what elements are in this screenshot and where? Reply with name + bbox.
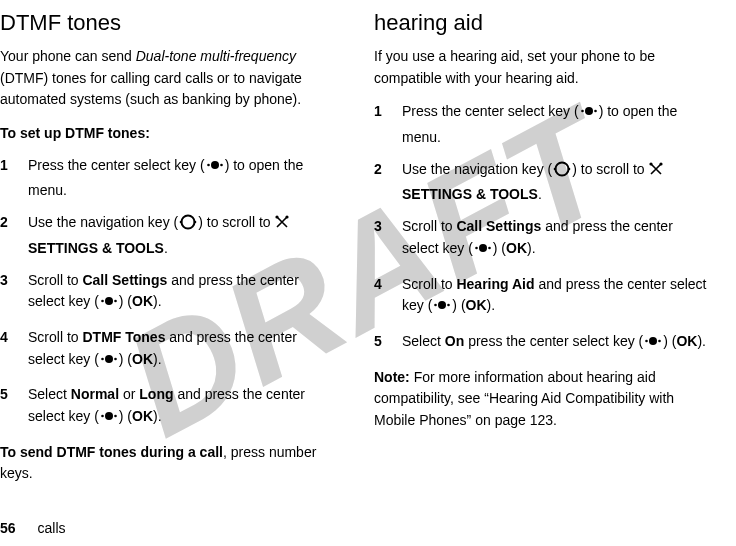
step-text: Press the center select key () to open t… (28, 155, 334, 202)
section-label: calls (38, 520, 66, 536)
settings-tools-icon (274, 214, 290, 236)
text: ). (697, 333, 706, 349)
svg-point-1 (207, 163, 210, 166)
ok-label: OK (132, 351, 153, 367)
center-select-key-icon (100, 292, 118, 317)
step-number: 5 (0, 384, 28, 431)
text: ) ( (663, 333, 676, 349)
svg-point-13 (114, 357, 117, 360)
center-select-key-icon (206, 156, 224, 181)
svg-point-33 (658, 340, 661, 343)
dtmf-heading: DTMF tones (0, 10, 334, 36)
text: Press the center select key ( (28, 157, 205, 173)
svg-point-25 (479, 244, 487, 252)
ok-label: OK (466, 297, 487, 313)
svg-point-16 (114, 415, 117, 418)
center-select-key-icon (644, 332, 662, 357)
normal-label: Normal (71, 386, 119, 402)
step-number: 4 (374, 274, 402, 321)
step-number: 2 (374, 159, 402, 206)
text: To send DTMF tones during a call (0, 444, 223, 460)
text: (DTMF) tones for calling card calls or t… (0, 70, 302, 108)
text: ) ( (119, 408, 132, 424)
hearing-aid-label: Hearing Aid (456, 276, 534, 292)
svg-point-22 (568, 167, 571, 170)
settings-tools-label: SETTINGS & TOOLS (28, 240, 164, 256)
settings-tools-label: SETTINGS & TOOLS (402, 186, 538, 202)
text: Select (28, 386, 71, 402)
step-number: 3 (0, 270, 28, 317)
text: Your phone can send (0, 48, 136, 64)
center-select-key-icon (474, 239, 492, 264)
text: Use the navigation key ( (402, 161, 552, 177)
svg-point-19 (594, 110, 597, 113)
svg-point-28 (438, 301, 446, 309)
text: ). (153, 351, 162, 367)
page-number: 56 (0, 520, 16, 536)
svg-point-7 (286, 216, 289, 219)
svg-point-6 (276, 216, 279, 219)
step-number: 1 (374, 101, 402, 148)
step-row: 5 Select On press the center select key … (374, 331, 708, 357)
dtmf-term: Dual-tone multi-frequency (136, 48, 296, 64)
text: : (145, 125, 150, 141)
svg-point-18 (581, 110, 584, 113)
text: To set up DTMF tones (0, 125, 145, 141)
svg-point-5 (194, 221, 197, 224)
text: . (164, 240, 168, 256)
step-number: 4 (0, 327, 28, 374)
text: ) to scroll to (198, 214, 274, 230)
svg-point-31 (649, 337, 657, 345)
step-text: Use the navigation key () to scroll to S… (28, 212, 334, 259)
text: or (119, 386, 139, 402)
svg-point-9 (101, 300, 104, 303)
text: ). (527, 240, 536, 256)
svg-point-32 (645, 340, 648, 343)
text: Select (402, 333, 445, 349)
text: ). (153, 408, 162, 424)
step-row: 4 Scroll to Hearing Aid and press the ce… (374, 274, 708, 321)
text: Scroll to (402, 218, 456, 234)
svg-point-3 (182, 216, 195, 229)
step-text: Scroll to DTMF Tones and press the cente… (28, 327, 334, 374)
step-text: Scroll to Call Settings and press the ce… (402, 216, 708, 263)
left-column: DTMF tones Your phone can send Dual-tone… (0, 10, 334, 495)
text: ) to scroll to (572, 161, 648, 177)
page-footer: 56calls (0, 520, 66, 536)
step-text: Scroll to Call Settings and press the ce… (28, 270, 334, 317)
svg-point-17 (585, 107, 593, 115)
on-label: On (445, 333, 464, 349)
dtmf-send-note: To send DTMF tones during a call, press … (0, 442, 334, 485)
step-row: 2 Use the navigation key () to scroll to… (374, 159, 708, 206)
svg-point-10 (114, 300, 117, 303)
svg-point-30 (448, 304, 451, 307)
svg-point-21 (554, 167, 557, 170)
ok-label: OK (132, 293, 153, 309)
dtmf-intro: Your phone can send Dual-tone multi-freq… (0, 46, 334, 111)
hearing-aid-intro: If you use a hearing aid, set your phone… (374, 46, 708, 89)
text: Scroll to (402, 276, 456, 292)
step-row: 3 Scroll to Call Settings and press the … (374, 216, 708, 263)
navigation-key-icon (553, 160, 571, 185)
svg-point-24 (660, 162, 663, 165)
text: ) ( (493, 240, 506, 256)
step-text: Select Normal or Long and press the cent… (28, 384, 334, 431)
svg-point-23 (650, 162, 653, 165)
center-select-key-icon (433, 296, 451, 321)
text: ). (153, 293, 162, 309)
ok-label: OK (506, 240, 527, 256)
text: ) ( (452, 297, 465, 313)
svg-point-2 (220, 163, 223, 166)
text: press the center select key ( (464, 333, 643, 349)
text: ) ( (119, 293, 132, 309)
text: Press the center select key ( (402, 103, 579, 119)
ok-label: OK (132, 408, 153, 424)
step-row: 1 Press the center select key () to open… (374, 101, 708, 148)
step-number: 5 (374, 331, 402, 357)
note-text: For more information about hearing aid c… (374, 369, 674, 428)
dtmf-setup-label: To set up DTMF tones: (0, 123, 334, 145)
step-text: Use the navigation key () to scroll to S… (402, 159, 708, 206)
step-number: 3 (374, 216, 402, 263)
step-row: 3 Scroll to Call Settings and press the … (0, 270, 334, 317)
center-select-key-icon (100, 407, 118, 432)
